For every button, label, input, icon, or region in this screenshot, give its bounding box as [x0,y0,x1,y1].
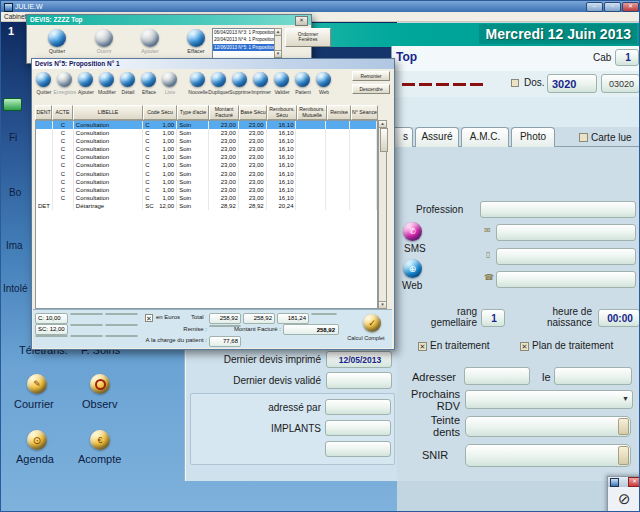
column-header[interactable]: Rembours. Sécu [267,105,297,120]
teinte-field[interactable] [465,416,631,437]
rdv-dropdown[interactable]: ▼ [465,390,633,409]
tab-assure[interactable]: Assuré [415,127,459,147]
mini-alert-titlebar[interactable]: ✕ [608,477,640,487]
carte-lue-checkbox[interactable] [579,133,588,142]
table-scrollbar[interactable]: ▲ ▼ [378,120,387,309]
acompte-money-icon[interactable]: € [90,430,110,450]
contact-field-3[interactable] [496,271,636,288]
nouvelle-icon[interactable] [190,72,205,87]
ouvrir-button[interactable]: Ouvrir [84,48,124,54]
effacer-icon[interactable] [187,29,205,47]
rang-value[interactable]: 1 [482,313,506,324]
enregistre-icon[interactable] [57,72,72,87]
descendre-button[interactable]: Descendre [352,84,390,94]
close-icon[interactable]: ✕ [622,2,639,12]
agenda-clock-icon[interactable]: ⊙ [27,430,47,450]
sidebar-item-intolerances[interactable]: Intolé [3,283,27,294]
modifier-icon[interactable] [99,72,114,87]
ajouter-button[interactable]: Ajouter [130,48,170,54]
profession-field[interactable] [480,201,636,218]
devis-list-close-icon[interactable]: ✕ [295,16,308,26]
tab-amc[interactable]: A.M.C. [461,127,509,147]
quitter-icon[interactable] [48,29,66,47]
web-icon[interactable] [316,72,331,87]
sidebar-item-fiche[interactable]: Fi [9,132,17,143]
column-header[interactable]: ACTE [52,105,73,120]
column-header[interactable]: Type d'acte [177,105,209,120]
web-icon[interactable]: ⊕ [403,259,422,278]
column-header[interactable]: Rembours. Mutuelle [297,105,327,120]
table-row[interactable]: CConsultationC1,00Soin23,0023,0016,10 [36,170,377,178]
adresser-field[interactable] [464,367,530,385]
contact-field-1[interactable] [496,224,636,241]
liste-icon[interactable] [162,72,177,87]
effacer-button[interactable]: Effacer [176,48,216,54]
imprimer-icon[interactable] [253,72,268,87]
table-row[interactable]: DETDétartrageSC12,00Soin28,9228,9220,24 [36,202,377,210]
scroll-down-icon[interactable]: ▼ [275,50,281,57]
devis-list-item[interactable]: 06/04/2013 N°3: 1 Proposition(s) [213,29,275,36]
ordonner-fenetres-button[interactable]: Ordonner Fenêtres [285,28,331,47]
quitter-button[interactable]: Quitter [37,48,77,54]
ouvrir-icon[interactable] [95,29,113,47]
devis-list-scrollbar[interactable]: ▲ ▼ [274,28,282,58]
menu-item-cabinet[interactable]: Cabinet [4,12,26,21]
column-header[interactable]: Code Sécu [143,105,177,120]
adresser-date-field[interactable] [554,367,632,385]
supprime-icon[interactable] [232,72,247,87]
sidebar-item-imagerie[interactable]: Ima [6,240,23,251]
sidebar-item-bo[interactable]: Bo [9,187,21,198]
implants-field[interactable] [325,420,391,436]
table-row[interactable]: CConsultationC1,00Soin23,0023,0016,10 [36,121,377,129]
extra-field[interactable] [325,441,391,457]
dossier-number[interactable]: 3020 [552,78,576,90]
column-header[interactable]: Montant Facturé [209,105,239,120]
minimize-icon[interactable]: – [586,2,603,12]
ajouter-icon[interactable] [141,29,159,47]
valider-icon[interactable] [274,72,289,87]
restore-icon[interactable]: ▫ [604,2,621,12]
column-header[interactable]: LIBELLE [73,105,143,120]
table-row[interactable]: CConsultationC1,00Soin23,0023,0016,10 [36,161,377,169]
devis-list-dialog-title[interactable]: DEVIS: ZZZZ Top [27,15,311,25]
patient-icon[interactable] [295,72,310,87]
sms-icon[interactable]: ✆ [403,222,422,241]
remonter-button[interactable]: Remonter [352,71,390,81]
sidebar-item-agenda[interactable]: Agenda [16,453,54,465]
heure-value[interactable]: 00:00 [599,313,640,324]
table-row[interactable]: CConsultationC1,00Soin23,0023,0016,10 [36,178,377,186]
table-row[interactable]: CConsultationC1,00Soin23,0023,0016,10 [36,129,377,137]
calcul-complet-icon[interactable]: ✓ [363,314,381,332]
table-row[interactable]: CConsultationC1,00Soin23,0023,0016,10 [36,153,377,161]
devis-list-item[interactable]: 12/06/2013 N°5: 1 Proposition(s) [213,44,275,51]
en-traitement-checkbox[interactable]: ✕ [418,342,427,351]
quitter-icon[interactable] [36,72,51,87]
calcul-complet-label[interactable]: Calcul Complet [339,335,393,341]
column-header[interactable]: Base Sécu [239,105,267,120]
sidebar-item-acompte[interactable]: Acompte [78,453,121,465]
ajouter-icon[interactable] [78,72,93,87]
tab-photo[interactable]: Photo [511,127,555,147]
table-row[interactable]: CConsultationC1,00Soin23,0023,0016,10 [36,186,377,194]
teinte-endcap-button[interactable] [618,418,629,435]
column-header[interactable]: Remise [327,105,351,120]
observ-magnifier-icon[interactable] [90,374,110,394]
contact-field-2[interactable] [496,248,636,265]
sidebar-item-observ[interactable]: Observ [82,398,117,410]
plan-traitement-checkbox[interactable]: ✕ [520,342,529,351]
table-row[interactable]: CConsultationC1,00Soin23,0023,0016,10 [36,137,377,145]
efface-icon[interactable] [141,72,156,87]
column-header[interactable]: N° Séance [351,105,378,120]
column-header[interactable]: DENT [35,105,52,120]
scroll-up-icon[interactable]: ▲ [275,29,281,36]
mini-close-icon[interactable]: ✕ [628,477,640,487]
devis-dialog-title[interactable]: Devis N°5: Proposition N° 1 [32,59,394,69]
dupliquer-icon[interactable] [211,72,226,87]
courrier-pen-icon[interactable]: ✎ [27,374,47,394]
table-row[interactable]: CConsultationC1,00Soin23,0023,0016,10 [36,194,377,202]
snir-endcap-button[interactable] [618,446,629,465]
détail-icon[interactable] [120,72,135,87]
devis-list-item[interactable]: 20/04/2013 N°4: 1 Proposition(s) [213,36,275,43]
snir-field[interactable] [465,444,631,467]
liste-button[interactable]: Liste [157,89,183,95]
